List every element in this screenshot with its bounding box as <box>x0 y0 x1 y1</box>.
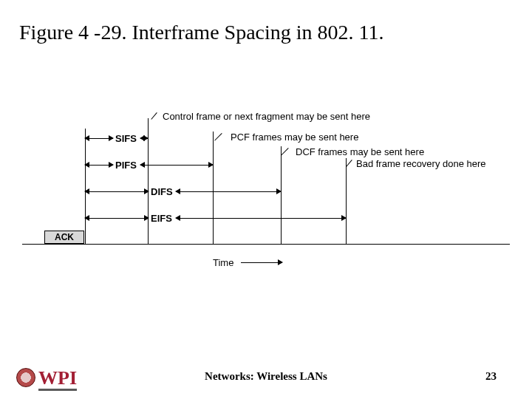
ack-frame: ACK <box>44 231 84 244</box>
arrow-difs-right <box>176 191 281 192</box>
arrow-sifs-left <box>85 138 113 139</box>
time-arrow <box>241 262 282 263</box>
arrow-eifs-left <box>85 218 149 219</box>
slide-title: Figure 4 -29. Interframe Spacing in 802.… <box>19 21 384 44</box>
leader-pcf <box>214 133 222 141</box>
arrow-eifs-right <box>176 218 346 219</box>
arrow-pifs-left <box>85 165 113 166</box>
annotation-dcf: DCF frames may be sent here <box>296 146 424 157</box>
leader-control <box>151 112 157 120</box>
label-pifs: PIFS <box>115 160 137 171</box>
annotation-badframe: Bad frame recovery done here <box>356 158 486 169</box>
page-number: 23 <box>485 370 497 383</box>
interframe-diagram: SIFS PIFS DIFS EIFS Control frame or nex… <box>22 111 510 281</box>
annotation-control: Control frame or next fragment may be se… <box>163 111 370 122</box>
leader-badframe <box>346 160 352 167</box>
label-eifs: EIFS <box>151 213 172 224</box>
tick-pifs <box>213 132 214 244</box>
tick-start <box>85 129 86 244</box>
arrow-pifs-right <box>140 165 213 166</box>
label-difs: DIFS <box>151 186 173 197</box>
label-sifs: SIFS <box>115 133 137 144</box>
footer-caption: Networks: Wireless LANs <box>0 370 532 383</box>
arrow-sifs-right <box>140 138 148 139</box>
time-axis <box>22 244 510 245</box>
leader-dcf <box>281 148 289 156</box>
time-label: Time <box>213 257 233 268</box>
tick-difs <box>281 146 282 244</box>
tick-eifs <box>346 158 347 244</box>
arrow-difs-left <box>85 191 149 192</box>
annotation-pcf: PCF frames may be sent here <box>231 132 358 143</box>
